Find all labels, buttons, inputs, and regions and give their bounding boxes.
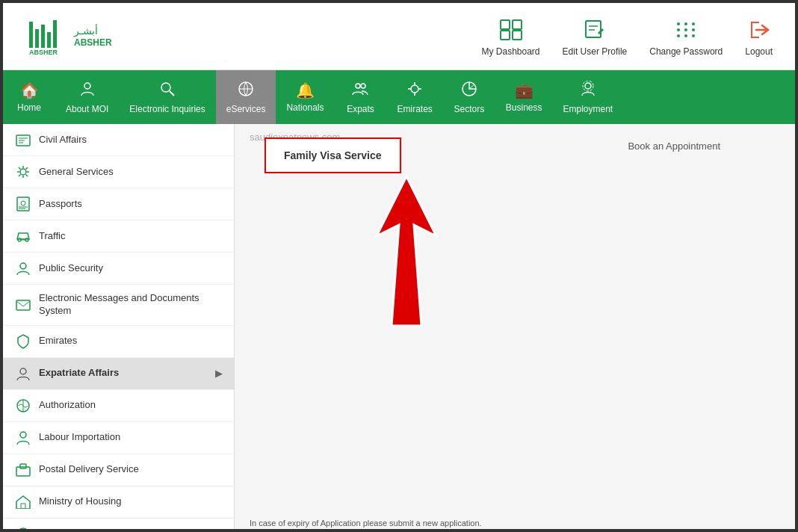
labour-importation-label: Labour Importation	[39, 431, 222, 444]
nav-eservices-label: eServices	[226, 104, 266, 114]
nav-sectors[interactable]: Sectors	[443, 70, 495, 124]
change-password-icon	[672, 16, 699, 43]
postal-delivery-icon	[15, 462, 31, 478]
nav-emirates[interactable]: Emirates	[386, 70, 442, 124]
sidebar-item-electronic-messages[interactable]: Electronic Messages and Documents System	[3, 285, 234, 326]
passports-icon	[15, 196, 31, 212]
svg-point-13	[677, 22, 680, 25]
sidebar-item-ministry-housing[interactable]: Ministry of Housing	[3, 486, 234, 519]
about-moi-nav-icon	[79, 81, 96, 101]
nav-about-moi-label: About MOI	[66, 104, 108, 114]
footer-note: In case of expiry of Application please …	[250, 519, 482, 528]
svg-point-15	[677, 34, 680, 37]
sidebar-item-public-security[interactable]: Public Security	[3, 253, 234, 285]
change-password-label: Change Password	[649, 46, 723, 57]
svg-point-59	[17, 528, 29, 532]
svg-point-27	[356, 84, 360, 88]
nav-business-label: Business	[506, 102, 542, 113]
svg-rect-57	[20, 464, 26, 468]
svg-point-50	[20, 263, 26, 269]
sidebar-item-labour-importation[interactable]: Labour Importation	[3, 422, 234, 454]
svg-rect-8	[501, 31, 510, 40]
svg-rect-2	[41, 25, 45, 48]
svg-point-52	[20, 368, 26, 374]
nav-business[interactable]: 💼 Business	[495, 70, 553, 124]
sidebar-item-postal-delivery[interactable]: Postal Delivery Service	[3, 454, 234, 486]
expatriate-affairs-arrow: ▶	[215, 368, 222, 379]
svg-point-29	[411, 85, 418, 93]
svg-rect-3	[47, 32, 51, 48]
traffic-icon	[15, 228, 31, 244]
home-nav-icon: 🏠	[20, 81, 39, 99]
emirates-sidebar-icon	[15, 333, 31, 350]
sidebar-item-general-services[interactable]: General Services	[3, 156, 234, 188]
sidebar-item-civil-affairs[interactable]: Civil Affairs	[3, 124, 234, 156]
traffic-label: Traffic	[39, 230, 222, 243]
book-appointment-label: Book an Appointment	[628, 140, 720, 152]
svg-point-36	[585, 83, 591, 89]
svg-point-47	[18, 238, 21, 241]
nav-nationals[interactable]: 🔔 Nationals	[276, 70, 334, 124]
family-visa-label: Family Visa Service	[284, 149, 382, 161]
svg-point-20	[692, 28, 695, 31]
sidebar-item-passports[interactable]: Passports	[3, 188, 234, 220]
labour-importation-icon	[15, 430, 31, 446]
nav-electronic-inquiries-label: Electronic Inquiries	[129, 104, 205, 114]
svg-point-14	[677, 28, 680, 31]
nav-home[interactable]: 🏠 Home	[3, 70, 55, 124]
change-password-action[interactable]: Change Password	[649, 16, 723, 57]
header: ABSHER أبشـر ABSHER My Dashboard	[3, 3, 795, 70]
expats-nav-icon	[352, 81, 368, 101]
logout-icon	[746, 16, 773, 43]
nationals-nav-icon: 🔔	[296, 81, 315, 99]
electronic-inquiries-nav-icon	[159, 81, 176, 101]
eservices-nav-icon	[238, 81, 254, 101]
edit-profile-action[interactable]: Edit User Profile	[563, 16, 628, 57]
postal-delivery-label: Postal Delivery Service	[39, 463, 222, 476]
general-services-label: General Services	[39, 166, 222, 179]
svg-rect-51	[16, 300, 30, 310]
footer-note-text: In case of expiry of Application please …	[250, 519, 482, 528]
dashboard-label: My Dashboard	[481, 46, 539, 57]
svg-line-35	[469, 84, 474, 89]
nav-about-moi[interactable]: About MOI	[55, 70, 119, 124]
svg-point-42	[20, 169, 26, 175]
dashboard-action[interactable]: My Dashboard	[481, 16, 539, 57]
svg-rect-4	[53, 20, 57, 48]
emirates-sidebar-label: Emirates	[39, 335, 222, 347]
nav-expats[interactable]: Expats	[334, 70, 386, 124]
svg-point-48	[25, 238, 28, 241]
book-appointment-link[interactable]: Book an Appointment	[628, 140, 720, 152]
nav-sectors-label: Sectors	[454, 104, 484, 114]
sidebar-item-emirates[interactable]: Emirates	[3, 326, 234, 358]
expatriate-affairs-icon	[15, 365, 31, 382]
emirates-nav-icon	[406, 81, 423, 101]
family-visa-service-button[interactable]: Family Visa Service	[265, 137, 401, 173]
absher-logo-icon: ABSHER	[25, 16, 66, 57]
svg-rect-9	[513, 31, 522, 40]
logout-action[interactable]: Logout	[745, 16, 773, 57]
svg-point-22	[84, 83, 90, 89]
business-nav-icon: 💼	[515, 81, 533, 99]
edit-profile-label: Edit User Profile	[563, 46, 628, 57]
sidebar-item-financial-investigation[interactable]: $ Financial Investigation Department	[3, 519, 234, 532]
general-services-icon	[15, 164, 31, 180]
header-actions: My Dashboard Edit User Profile	[481, 16, 773, 57]
svg-point-21	[692, 34, 695, 37]
civil-affairs-icon	[15, 132, 31, 148]
sidebar-item-expatriate-affairs[interactable]: Expatriate Affairs ▶	[3, 358, 234, 390]
expatriate-affairs-label: Expatriate Affairs	[39, 367, 208, 380]
nav-employment[interactable]: Employment	[553, 70, 624, 124]
public-security-icon	[15, 260, 31, 276]
logo-area: ABSHER أبشـر ABSHER	[25, 16, 112, 57]
svg-point-23	[161, 83, 170, 92]
electronic-messages-icon	[15, 297, 31, 313]
edit-profile-icon	[581, 16, 608, 43]
sidebar-item-traffic[interactable]: Traffic	[3, 220, 234, 253]
sidebar-item-authorization[interactable]: Authorization	[3, 390, 234, 422]
svg-point-17	[684, 28, 687, 31]
logo-en: ABSHER	[74, 37, 112, 48]
nav-electronic-inquiries[interactable]: Electronic Inquiries	[119, 70, 215, 124]
nav-eservices[interactable]: eServices	[216, 70, 276, 124]
logo-arabic-text: أبشـر ABSHER	[74, 25, 112, 48]
